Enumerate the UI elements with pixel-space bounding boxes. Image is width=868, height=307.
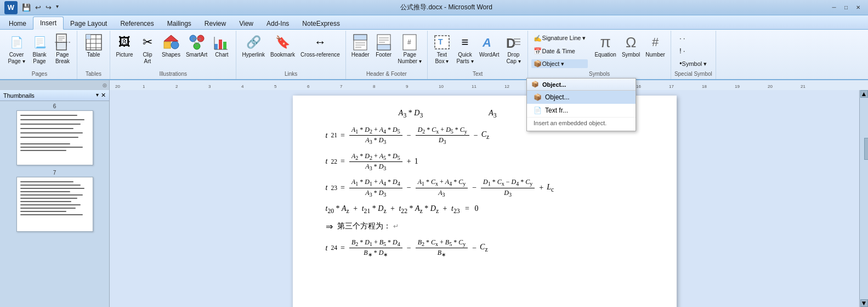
page-number-button[interactable]: # PageNumber ▾ bbox=[396, 32, 424, 66]
special-dot2-icon: ! · bbox=[679, 47, 685, 55]
t20-expr: t20 * Az + t21 * Dz + t22 * Az * Dz + t2… bbox=[326, 204, 479, 215]
shapes-button[interactable]: Shapes bbox=[160, 32, 183, 60]
header-button[interactable]: Header bbox=[349, 32, 372, 60]
tab-insert[interactable]: Insert bbox=[33, 16, 64, 30]
panel-dropdown-icon[interactable]: ▾ bbox=[96, 92, 99, 99]
text-box-icon: T bbox=[433, 34, 451, 51]
page-break-button[interactable]: PageBreak bbox=[52, 32, 73, 66]
thumbnails-label: Thumbnails bbox=[3, 92, 35, 99]
footer-button[interactable]: Footer bbox=[373, 32, 395, 60]
ruler-left-side: ◎ bbox=[0, 80, 110, 90]
scroll-down-button[interactable]: ▼ bbox=[860, 299, 868, 307]
special-symbol-group-label: Special Symbol bbox=[674, 71, 712, 78]
svg-text:11: 11 bbox=[472, 84, 476, 89]
ribbon-group-text: T TextBox ▾ ≡ QuickParts ▾ A WordArt bbox=[428, 31, 529, 79]
window-controls[interactable]: ─ □ ✕ bbox=[829, 3, 864, 12]
page-number-icon: # bbox=[401, 34, 418, 51]
quick-parts-button[interactable]: ≡ QuickParts ▾ bbox=[454, 32, 476, 66]
page-7-content bbox=[17, 177, 93, 219]
svg-rect-12 bbox=[86, 35, 90, 39]
page-break-label: PageBreak bbox=[55, 52, 70, 65]
page-6-content bbox=[17, 111, 93, 155]
special-dot1[interactable]: · · bbox=[677, 34, 709, 43]
illustrations-buttons: 🖼 Picture ✂ ClipArt Shapes bbox=[114, 32, 232, 71]
blank-page-button[interactable]: 📃 BlankPage bbox=[29, 32, 50, 66]
t24-minus2: − bbox=[472, 244, 476, 253]
smartart-button[interactable]: SmartArt bbox=[184, 32, 209, 60]
object-button[interactable]: 📦 Object ▾ bbox=[531, 59, 588, 68]
ruler-container: ◎ 20 1 2 3 4 5 6 7 8 9 10 11 12 13 14 bbox=[0, 80, 868, 90]
thumbnail-page-6[interactable]: 6 bbox=[2, 103, 107, 165]
clip-art-label: ClipArt bbox=[143, 52, 152, 65]
ribbon-group-tables: Table Tables bbox=[77, 31, 110, 79]
t24-minus: − bbox=[407, 244, 411, 253]
symbol-button[interactable]: Ω Symbol bbox=[620, 32, 642, 60]
page-6-image bbox=[16, 110, 93, 165]
smartart-label: SmartArt bbox=[186, 52, 207, 58]
svg-text:18: 18 bbox=[702, 84, 707, 89]
special-dot2[interactable]: ! · bbox=[677, 47, 709, 55]
tab-addins[interactable]: Add-Ins bbox=[260, 18, 296, 29]
document-area[interactable]: A3 * D3 A3 Cz t 21 = A1 * D2 + A4 * D5 A… bbox=[110, 90, 859, 307]
hyperlink-icon: 🔗 bbox=[245, 34, 262, 51]
left-panel-controls[interactable]: ▾ ✕ bbox=[96, 92, 106, 99]
cover-page-label: CoverPage ▾ bbox=[8, 52, 25, 65]
special-dot1-icon: · · bbox=[679, 35, 685, 42]
quick-access-toolbar[interactable]: 💾 ↩ ↪ ▾ bbox=[21, 3, 60, 12]
cover-page-icon: 📄 bbox=[8, 34, 25, 51]
table-button[interactable]: Table bbox=[83, 32, 105, 60]
redo-icon[interactable]: ↪ bbox=[44, 3, 53, 12]
tab-pagelayout[interactable]: Page Layout bbox=[64, 18, 114, 29]
tab-review[interactable]: Review bbox=[198, 18, 232, 29]
object-menu-item[interactable]: 📦 Object... bbox=[527, 91, 636, 104]
symbol-dropdown-button[interactable]: • Symbol ▾ bbox=[677, 59, 709, 68]
tab-mailings[interactable]: Mailings bbox=[161, 18, 198, 29]
chart-button[interactable]: Chart bbox=[211, 32, 232, 60]
close-button[interactable]: ✕ bbox=[853, 3, 864, 12]
customize-icon[interactable]: ▾ bbox=[55, 3, 60, 12]
undo-icon[interactable]: ↩ bbox=[34, 3, 42, 12]
equation-button[interactable]: π Equation bbox=[592, 32, 618, 60]
svg-text:#: # bbox=[407, 38, 411, 46]
save-icon[interactable]: 💾 bbox=[21, 3, 32, 12]
t21-fraction2: D2 * Cx + D5 * Cy D3 bbox=[416, 126, 469, 146]
thumbnail-page-7[interactable]: 7 bbox=[2, 170, 107, 232]
cross-reference-label: Cross-reference bbox=[300, 52, 340, 58]
text-from-file-label: Text fr... bbox=[545, 107, 568, 114]
cover-page-button[interactable]: 📄 CoverPage ▾ bbox=[5, 32, 27, 66]
t21-eq: = bbox=[341, 131, 345, 140]
drop-cap-button[interactable]: D DropCap ▾ bbox=[502, 32, 524, 66]
page-break-icon bbox=[54, 34, 71, 51]
picture-button[interactable]: 🖼 Picture bbox=[114, 32, 135, 60]
footer-icon bbox=[375, 34, 393, 51]
bookmark-label: Bookmark bbox=[270, 52, 295, 58]
left-panel-header: Thumbnails ▾ ✕ bbox=[0, 90, 109, 101]
text-from-file-menu-item[interactable]: 📄 Text fr... bbox=[527, 104, 636, 117]
tab-view[interactable]: View bbox=[232, 18, 260, 29]
hyperlink-button[interactable]: 🔗 Hyperlink bbox=[240, 32, 267, 60]
svg-text:4: 4 bbox=[241, 84, 244, 89]
scroll-thumb[interactable] bbox=[864, 138, 869, 160]
clip-art-button[interactable]: ✂ ClipArt bbox=[137, 32, 158, 66]
cross-reference-button[interactable]: ↔ Cross-reference bbox=[298, 32, 342, 60]
restore-button[interactable]: □ bbox=[841, 3, 852, 12]
signature-line-button[interactable]: ✍ Signature Line ▾ bbox=[531, 34, 588, 43]
text-buttons: T TextBox ▾ ≡ QuickParts ▾ A WordArt bbox=[431, 32, 525, 71]
tab-home[interactable]: Home bbox=[2, 18, 33, 29]
t23-plus: + bbox=[539, 183, 543, 192]
tab-noteexpress[interactable]: NoteExpress bbox=[296, 18, 347, 29]
wordart-button[interactable]: A WordArt bbox=[477, 32, 502, 60]
t22-eq: = bbox=[341, 157, 345, 166]
dropdown-header-text: Object... bbox=[542, 81, 566, 88]
tab-references[interactable]: References bbox=[114, 18, 160, 29]
date-time-button[interactable]: 📅 Date & Time bbox=[531, 47, 588, 55]
minimize-button[interactable]: ─ bbox=[829, 3, 839, 12]
thumbnails-list: 6 7 bbox=[0, 101, 109, 307]
number-button[interactable]: # Number bbox=[643, 32, 667, 60]
panel-close-button[interactable]: ✕ bbox=[101, 92, 106, 99]
scroll-up-button[interactable]: ▲ bbox=[860, 90, 868, 98]
bookmark-button[interactable]: 🔖 Bookmark bbox=[268, 32, 297, 60]
svg-text:7: 7 bbox=[340, 84, 343, 89]
text-box-button[interactable]: T TextBox ▾ bbox=[431, 32, 453, 66]
vertical-scrollbar[interactable]: ▲ ▼ bbox=[859, 90, 868, 307]
